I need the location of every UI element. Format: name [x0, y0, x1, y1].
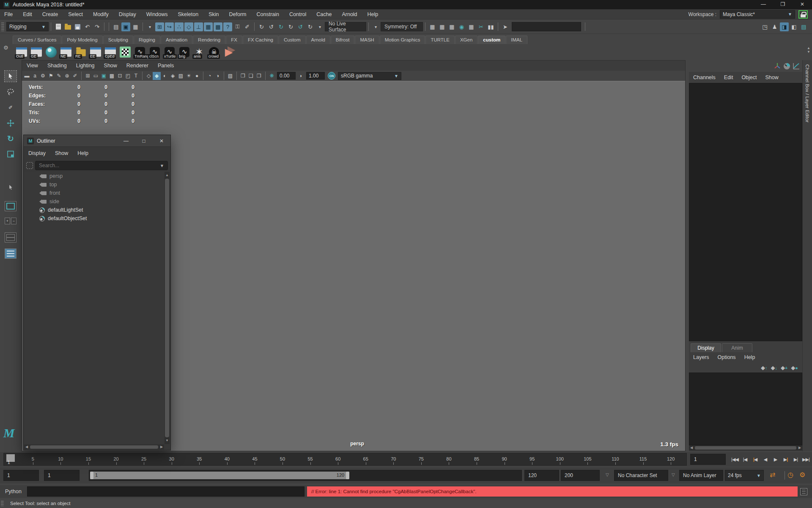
shadows-icon[interactable]: ● [193, 72, 201, 80]
menu-file[interactable]: File [0, 9, 18, 19]
outliner-item-top[interactable]: top [24, 180, 164, 189]
scrollbar-thumb[interactable] [165, 179, 169, 437]
shelf-button-uv-checker[interactable] [118, 45, 132, 59]
shelf-tab-xgen[interactable]: XGen [455, 36, 477, 44]
input-operations-icon[interactable]: ↻ [257, 22, 266, 31]
undo-button[interactable]: ↶ [83, 22, 92, 31]
live-surface-field[interactable]: No Live Surface [325, 22, 366, 31]
color-transform-selector[interactable]: sRGB gamma ▼ [338, 72, 401, 80]
exposure-field[interactable]: 0.00 [277, 72, 296, 80]
menu-cache[interactable]: Cache [311, 9, 337, 19]
pause-viewport-icon[interactable]: ▮▮ [486, 22, 495, 31]
symmetry-field[interactable]: Symmetry: Off [381, 22, 423, 31]
scroll-down-icon[interactable]: ▼ [165, 438, 170, 443]
playback-end-field[interactable]: 120 [524, 470, 559, 481]
numeric-input-field[interactable] [512, 22, 581, 31]
playback-range-bar[interactable]: 1 120 [90, 472, 349, 479]
grease-pencil-icon[interactable]: ✎ [55, 72, 63, 80]
search-input[interactable] [39, 163, 160, 168]
layer-editor-content[interactable] [689, 373, 802, 445]
menu-help[interactable]: Help [362, 9, 384, 19]
chevron-down-icon[interactable]: ▾ [145, 22, 154, 31]
go-to-start-button[interactable]: |◀◀ [730, 454, 740, 465]
shelf-button-crowd[interactable]: ☠ crowd [207, 45, 221, 59]
panel-menu-view[interactable]: View [22, 63, 43, 69]
toolbar-grip[interactable] [1, 22, 4, 31]
last-tool-button[interactable] [4, 181, 17, 193]
chevron-down-icon[interactable]: ▾ [371, 22, 380, 31]
animation-preferences-icon[interactable]: ⚙ [799, 471, 805, 479]
menu-windows[interactable]: Windows [141, 9, 173, 19]
smooth-shade-mode-icon[interactable]: ◆ [153, 72, 161, 80]
panel-menu-lighting[interactable]: Lighting [71, 63, 99, 69]
command-input[interactable] [27, 486, 304, 497]
channel-box-layer-editor-tab[interactable]: Channel Box / Layer Editor [805, 64, 810, 122]
shelf-button-expression-editor[interactable]: EE [88, 45, 103, 59]
shelf-tab-bifrost[interactable]: Bifrost [331, 36, 355, 44]
menu-layer-options[interactable]: Options [713, 354, 740, 360]
shelf-button-playblast[interactable]: ▶ [222, 45, 236, 59]
output-operations-alt-icon[interactable]: ↺ [296, 22, 305, 31]
move-layer-down-icon[interactable]: ◆↓ [771, 364, 777, 371]
panel-menu-panels[interactable]: Panels [153, 63, 178, 69]
scrollbar-thumb[interactable] [695, 446, 796, 450]
menu-channels[interactable]: Channels [689, 75, 720, 80]
pane-plus-icon[interactable]: + [5, 218, 10, 224]
shelf-tab-curves-surfaces[interactable]: Curves / Surfaces [13, 36, 61, 44]
select-hierarchy-icon[interactable]: ▤ [112, 22, 121, 31]
ipr-render-icon[interactable]: ▦ [447, 22, 456, 31]
menu-layers[interactable]: Layers [689, 354, 713, 360]
menu-display[interactable]: Display [114, 9, 141, 19]
command-language-label[interactable]: Python [5, 489, 25, 494]
outliner-close-button[interactable]: ✕ [153, 138, 170, 144]
fps-selector[interactable]: 24 fps ▼ [725, 470, 764, 481]
outliner-item-side[interactable]: side [24, 197, 164, 206]
make-live-icon[interactable]: ▦ [204, 22, 213, 31]
shelf-tab-custom[interactable]: Custom [279, 36, 306, 44]
auto-key-clock-icon[interactable]: ◷ [787, 471, 793, 479]
character-controls-icon[interactable]: ♟ [770, 22, 779, 31]
select-object-mode-icon[interactable]: ▣ [121, 22, 130, 31]
menu-layer-help[interactable]: Help [740, 354, 760, 360]
range-end-handle[interactable] [346, 472, 349, 479]
gate-mask-icon[interactable]: ▩ [108, 72, 116, 80]
layout-mini-buttons[interactable]: + − [5, 218, 16, 224]
graph-icon[interactable] [793, 63, 800, 69]
menu-skin[interactable]: Skin [203, 9, 224, 19]
shelf-button-anis[interactable]: ✶ anis [192, 45, 206, 59]
loop-playback-icon[interactable]: ⇄ [770, 471, 775, 479]
scroll-left-icon[interactable]: ◀ [24, 444, 29, 450]
snap-to-view-plane-icon[interactable]: ⊥ [194, 22, 203, 31]
wireframe-mode-icon[interactable]: ◇ [145, 72, 153, 80]
menu-select[interactable]: Select [63, 9, 88, 19]
current-time-field[interactable]: 1 [690, 454, 726, 465]
output-operations-icon[interactable]: ↻ [286, 22, 295, 31]
outliner-menu-help[interactable]: Help [73, 150, 93, 156]
field-chart-icon[interactable]: ⊡ [116, 72, 124, 80]
shelf-tab-fx[interactable]: FX [226, 36, 242, 44]
render-current-frame-icon[interactable]: ▦ [438, 22, 447, 31]
step-back-key-button[interactable]: |◀ [750, 454, 760, 465]
panel-menu-renderer[interactable]: Renderer [122, 63, 153, 69]
resolution-gate-icon[interactable]: ▣ [100, 72, 108, 80]
textured-mode-icon[interactable]: ▨ [177, 72, 185, 80]
safe-action-icon[interactable]: ◰ [124, 72, 132, 80]
anim-layer-selector[interactable]: No Anim Layer [679, 470, 723, 481]
bookmark-icon[interactable]: ⚑ [47, 72, 55, 80]
tear-off-icon[interactable]: ❑ [247, 72, 255, 80]
outliner-menu-show[interactable]: Show [50, 150, 73, 156]
chevron-down-icon[interactable]: ▽ [606, 472, 609, 477]
range-slider[interactable]: 1 120 [89, 470, 522, 481]
character-set-selector[interactable]: No Character Set [614, 470, 668, 481]
shelf-tab-imal[interactable]: IMAL [506, 36, 527, 44]
snap-to-point-icon[interactable]: ∴ [175, 22, 184, 31]
snap-to-grid-icon[interactable]: ⊞ [155, 22, 164, 31]
shelf-button-component-editor[interactable]: CpEd [103, 45, 118, 59]
layout-two-pane-button[interactable] [5, 232, 16, 243]
shelf-tab-sculpting[interactable]: Sculpting [103, 36, 133, 44]
menu-create[interactable]: Create [37, 9, 63, 19]
workspace-selector[interactable]: Maya Classic* ▼ [720, 10, 795, 19]
play-forwards-button[interactable]: ▶ [771, 454, 780, 465]
render-settings-icon[interactable]: ◉ [457, 22, 466, 31]
ambient-occlusion-icon[interactable]: ◔ [206, 72, 214, 80]
